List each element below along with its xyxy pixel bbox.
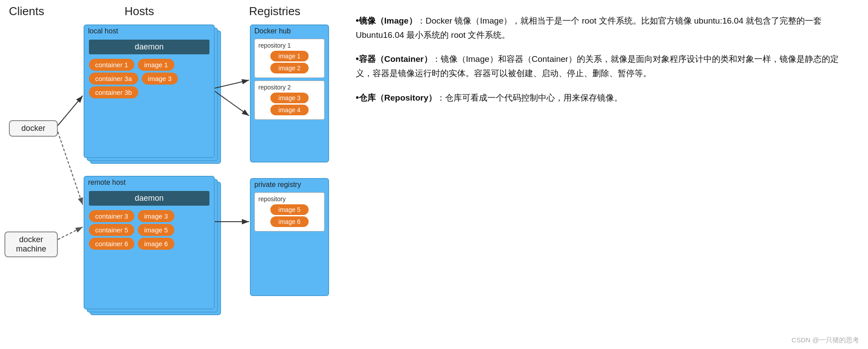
local-container-3b: container 3b <box>89 86 138 98</box>
svg-line-4 <box>58 227 83 239</box>
docker-machine-box: docker machine <box>4 231 58 257</box>
repo-1-label: repository 1 <box>258 42 321 49</box>
svg-line-3 <box>58 132 83 205</box>
repo-2-label: repository 2 <box>258 84 321 91</box>
hub-image-3: image 3 <box>270 93 309 103</box>
remote-image-6: image 6 <box>138 238 174 250</box>
docker-client-box: docker <box>9 120 58 137</box>
local-row-3: container 3b <box>89 86 209 98</box>
remote-container-3: container 3 <box>89 210 134 222</box>
local-container-3a: container 3a <box>89 73 138 85</box>
remote-container-6: container 6 <box>89 238 134 250</box>
remote-row-2: container 5 image 5 <box>89 224 209 236</box>
remote-host-label: remote host <box>84 177 214 188</box>
repo-section: •仓库（Repository）：仓库可看成一个代码控制中心，用来保存镜像。 <box>356 90 850 105</box>
repo-colon: ：仓库可看成一个代码控制中心，用来保存镜像。 <box>437 93 623 102</box>
container-term: 容器（Container） <box>359 54 432 64</box>
section-label-hosts: Hosts <box>125 4 154 18</box>
remote-host-main: remote host daemon container 3 image 3 c… <box>84 176 215 309</box>
docker-hub-block: Docker hub repository 1 image 1 image 2 … <box>250 24 329 162</box>
container-section: •容器（Container）：镜像（Image）和容器（Container）的关… <box>356 52 850 80</box>
image-term: 镜像（Image） <box>359 16 417 25</box>
hub-image-4: image 4 <box>270 105 309 115</box>
remote-host-daemon: daemon <box>89 191 209 206</box>
container-bullet: • <box>356 54 359 64</box>
private-repo-label: repository <box>258 195 321 203</box>
local-row-2: container 3a image 3 <box>89 73 209 85</box>
remote-row-1: container 3 image 3 <box>89 210 209 222</box>
local-image-1: image 1 <box>138 59 174 71</box>
local-container-1: container 1 <box>89 59 134 71</box>
repo-term: 仓库（Repository） <box>359 93 437 102</box>
remote-image-5: image 5 <box>138 224 174 236</box>
private-registry-block: private registry repository image 5 imag… <box>250 178 329 296</box>
image-section: •镜像（Image）：Docker 镜像（Image），就相当于是一个 root… <box>356 13 850 42</box>
repo-1-block: repository 1 image 1 image 2 <box>254 39 325 78</box>
docker-hub-label: Docker hub <box>251 25 328 36</box>
private-image-6: image 6 <box>270 216 309 227</box>
svg-line-2 <box>58 96 83 126</box>
hub-image-2: image 2 <box>270 63 309 73</box>
repo-2-block: repository 2 image 3 image 4 <box>254 81 325 120</box>
private-repo-block: repository image 5 image 6 <box>254 192 325 231</box>
local-host-label: local host <box>84 25 214 37</box>
right-text-panel: •镜像（Image）：Docker 镜像（Image），就相当于是一个 root… <box>338 0 868 349</box>
remote-image-3: image 3 <box>138 210 174 222</box>
diagram-panel: Clients Hosts Registries docker docker m… <box>0 0 338 349</box>
local-image-3: image 3 <box>142 73 178 85</box>
repo-bullet: • <box>356 93 359 102</box>
section-label-registries: Registries <box>249 4 301 18</box>
remote-container-5: container 5 <box>89 224 134 236</box>
image-colon: ：Docker 镜像（Image），就相当于是一个 root 文件系统。比如官方… <box>356 16 822 40</box>
local-row-1: container 1 image 1 <box>89 59 209 71</box>
private-image-5: image 5 <box>270 204 309 215</box>
hub-image-1: image 1 <box>270 51 309 61</box>
private-registry-label: private registry <box>251 179 328 190</box>
image-bullet: • <box>356 16 359 25</box>
watermark: CSDN @一只猪的思考 <box>792 336 859 345</box>
local-host-main: local host daemon container 1 image 1 co… <box>84 24 215 158</box>
local-host-daemon: daemon <box>89 40 209 54</box>
section-label-clients: Clients <box>9 4 44 18</box>
remote-row-3: container 6 image 6 <box>89 238 209 250</box>
